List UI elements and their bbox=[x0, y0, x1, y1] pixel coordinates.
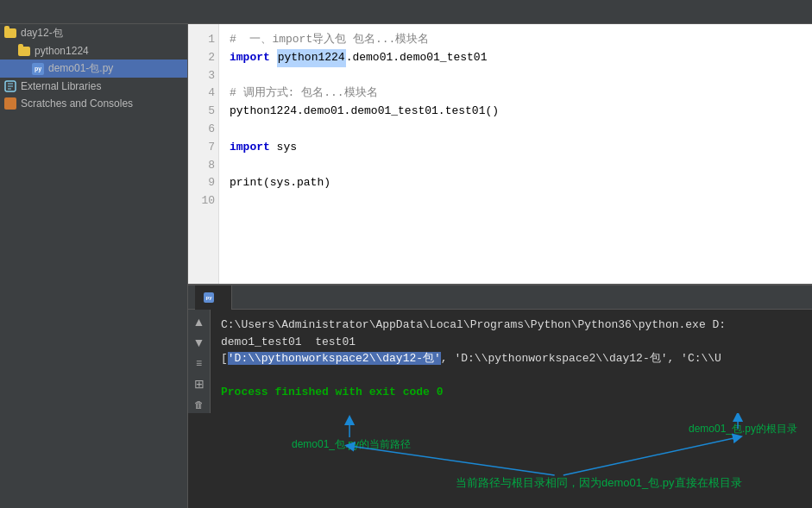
console-line-2: demo1_test01 test01 bbox=[221, 334, 802, 351]
line-num-5: 5 bbox=[188, 103, 215, 121]
sidebar: day12-包python1224pydemo01-包.pyExternal L… bbox=[0, 24, 188, 508]
code-line-5: python1224.demo01.demo01_test01.test01() bbox=[230, 103, 802, 121]
line-num-2: 2 bbox=[188, 49, 215, 67]
scratch-icon bbox=[3, 97, 17, 110]
main-container: day12-包python1224pydemo01-包.pyExternal L… bbox=[0, 24, 812, 508]
line-num-3: 3 bbox=[188, 67, 215, 85]
side-buttons: ▲ ▼ ≡ ⊞ 🗑 bbox=[188, 310, 211, 413]
editor-content: 12345678910 # 一、import导入包 包名...模块名import… bbox=[188, 24, 812, 284]
token-normal: .demo01.demo01_test01 bbox=[346, 49, 488, 67]
token-kw: import bbox=[230, 139, 270, 157]
line-num-10: 10 bbox=[188, 192, 215, 210]
line-num-6: 6 bbox=[188, 121, 215, 139]
token-highlight: python1224 bbox=[277, 49, 346, 67]
token-normal: print(sys.path) bbox=[230, 174, 330, 192]
top-bar bbox=[0, 0, 812, 24]
scroll-up-btn[interactable]: ▲ bbox=[191, 313, 208, 330]
annotation-label-3: 当前路径与根目录相同，因为demo01_包.py直接在根目录 bbox=[456, 475, 742, 491]
token-comment: # 调用方式: 包名...模块名 bbox=[230, 85, 378, 103]
annotation-label-1: demo01_包.py的当前路径 bbox=[292, 437, 411, 452]
line-num-8: 8 bbox=[188, 157, 215, 175]
console-output: C:\Users\Administrator\AppData\Local\Pro… bbox=[211, 310, 812, 413]
py-icon: py bbox=[31, 62, 45, 76]
code-content[interactable]: # 一、import导入包 包名...模块名import python1224.… bbox=[219, 24, 812, 284]
scroll-down-btn[interactable]: ▼ bbox=[191, 334, 208, 351]
code-line-10 bbox=[230, 192, 802, 210]
sidebar-label-day12: day12-包 bbox=[21, 26, 63, 41]
sidebar-item-scratches[interactable]: Scratches and Consoles bbox=[0, 95, 187, 112]
line-num-7: 7 bbox=[188, 139, 215, 157]
bottom-tab-demo01[interactable]: py bbox=[195, 285, 232, 310]
folder-icon bbox=[17, 44, 31, 58]
annotation-label-2: demo01_包.py的根目录 bbox=[689, 422, 797, 436]
sidebar-item-demo01-py[interactable]: pydemo01-包.py bbox=[0, 60, 187, 78]
sidebar-label-python1224: python1224 bbox=[35, 45, 89, 57]
code-line-3 bbox=[230, 67, 802, 85]
bottom-controls: ▲ ▼ ≡ ⊞ 🗑 C:\Users\Administrator\AppData… bbox=[188, 310, 812, 413]
bottom-tabs: py bbox=[188, 285, 812, 310]
token-space bbox=[270, 49, 277, 67]
folder-icon bbox=[3, 27, 17, 41]
sidebar-item-day12[interactable]: day12-包 bbox=[0, 24, 187, 42]
token-kw: import bbox=[230, 49, 270, 67]
code-line-4: # 调用方式: 包名...模块名 bbox=[230, 85, 802, 103]
line-num-1: 1 bbox=[188, 31, 215, 49]
token-normal: sys bbox=[270, 139, 297, 157]
process-finished-line: Process finished with exit code 0 bbox=[221, 384, 802, 401]
sidebar-label-ext-lib: External Libraries bbox=[21, 80, 101, 92]
console-highlight: 'D:\\pythonworkspace2\\day12-包' bbox=[228, 352, 441, 365]
line-num-4: 4 bbox=[188, 85, 215, 103]
code-line-9: print(sys.path) bbox=[230, 174, 802, 192]
sidebar-item-python1224[interactable]: python1224 bbox=[0, 42, 187, 60]
line-num-9: 9 bbox=[188, 174, 215, 192]
sidebar-label-scratches: Scratches and Consoles bbox=[21, 97, 133, 110]
code-line-1: # 一、import导入包 包名...模块名 bbox=[230, 31, 802, 49]
svg-line-7 bbox=[563, 437, 738, 475]
line-numbers: 12345678910 bbox=[188, 24, 219, 284]
code-line-2: import python1224.demo01.demo01_test01 bbox=[230, 49, 802, 67]
token-comment: # 一、import导入包 包名...模块名 bbox=[230, 31, 429, 49]
sidebar-item-ext-lib[interactable]: External Libraries bbox=[0, 78, 187, 95]
expand-btn[interactable]: ⊞ bbox=[191, 375, 208, 392]
console-line-1: C:\Users\Administrator\AppData\Local\Pro… bbox=[221, 317, 802, 334]
token-normal: python1224.demo01.demo01_test01.test01() bbox=[230, 103, 499, 121]
lib-icon bbox=[3, 79, 17, 93]
code-line-8 bbox=[230, 157, 802, 175]
format-btn[interactable]: ≡ bbox=[191, 354, 208, 372]
bottom-panel: py ▲ ▼ ≡ ⊞ 🗑 C:\Users\Administrator\AppD… bbox=[188, 284, 812, 508]
sidebar-label-demo01-py: demo01-包.py bbox=[48, 61, 113, 76]
code-line-7: import sys bbox=[230, 139, 802, 157]
console-line-3: ['D:\\pythonworkspace2\\day12-包', 'D:\\p… bbox=[221, 350, 802, 367]
delete-btn[interactable]: 🗑 bbox=[191, 396, 208, 413]
code-line-6 bbox=[230, 121, 802, 139]
tab-icon: py bbox=[204, 292, 214, 303]
annotation-area: demo01_包.py的当前路径demo01_包.py的根目录当前路径与根目录相… bbox=[188, 413, 812, 508]
editor-area: 12345678910 # 一、import导入包 包名...模块名import… bbox=[188, 24, 812, 508]
